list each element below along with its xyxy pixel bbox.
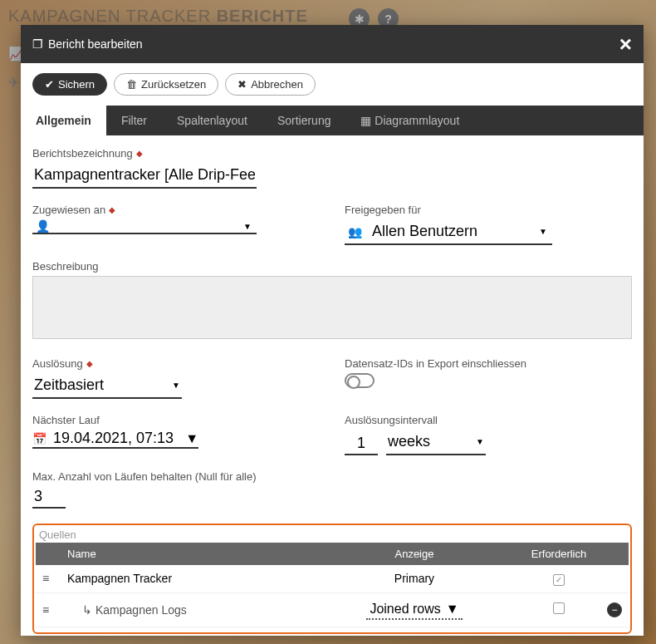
max-runs-input[interactable] <box>32 486 66 509</box>
required-icon: ◆ <box>86 359 93 368</box>
interval-number-input[interactable] <box>345 433 378 455</box>
required-checkbox[interactable]: ✓ <box>553 574 565 586</box>
modal-toolbar: ✔ Sichern 🗑 Zurücksetzen ✖ Abbrechen <box>21 63 644 106</box>
assigned-label: Zugewiesen an◆ <box>32 204 320 216</box>
include-ids-toggle[interactable] <box>345 373 375 388</box>
include-ids-label: Datensatz-IDs in Export einschliessen <box>345 357 632 370</box>
tab-sort[interactable]: Sortierung <box>262 106 346 135</box>
required-icon: ◆ <box>136 149 143 158</box>
modal-header: ❐ Bericht bearbeiten × <box>21 25 644 63</box>
cancel-button[interactable]: ✖ Abbrechen <box>225 73 316 96</box>
chevron-down-icon: ▼ <box>185 431 198 446</box>
users-icon: 👥 <box>345 225 365 238</box>
col-display: Anzeige <box>311 543 517 565</box>
source-display: Primary <box>311 565 517 592</box>
grid-icon: ▦ <box>360 114 371 127</box>
save-button[interactable]: ✔ Sichern <box>32 73 107 96</box>
chevron-down-icon: ▼ <box>172 381 180 390</box>
required-icon: ◆ <box>109 205 115 214</box>
col-name: Name <box>61 543 311 565</box>
interval-unit-select[interactable]: weeks ▼ <box>386 430 486 455</box>
chevron-down-icon: ▼ <box>534 227 552 236</box>
user-icon: 👤 <box>32 219 53 233</box>
link-icon: ↳ <box>82 603 92 617</box>
drag-handle-icon[interactable]: ≡ <box>42 572 49 585</box>
table-row: ≡ Kampagnen Tracker Primary ✓ <box>36 565 629 592</box>
tab-chart[interactable]: ▦ Diagrammlayout <box>345 106 474 135</box>
modal-title: Bericht bearbeiten <box>48 37 143 51</box>
remove-icon[interactable]: − <box>607 602 622 617</box>
tab-general[interactable]: Allgemein <box>21 106 106 135</box>
chevron-down-icon: ▼ <box>476 437 484 446</box>
description-label: Beschreibung <box>32 260 632 273</box>
sources-section: Quellen Name Anzeige Erforderlich ≡ Kamp… <box>32 524 632 634</box>
reset-button[interactable]: 🗑 Zurücksetzen <box>114 73 218 96</box>
trigger-select[interactable]: Zeitbasiert ▼ <box>32 373 182 399</box>
required-checkbox[interactable] <box>553 602 565 614</box>
table-row: ≡ ↳Kampagnen Logs Joined rows ▼ − <box>36 592 629 627</box>
close-icon[interactable]: × <box>619 33 632 55</box>
shared-label: Freigegeben für <box>345 204 632 216</box>
assigned-select[interactable]: 👤 ▼ <box>32 219 257 234</box>
trash-icon: 🗑 <box>126 78 137 91</box>
sources-title: Quellen <box>36 528 629 543</box>
tab-filter[interactable]: Filter <box>106 106 162 135</box>
form-body: Berichtsbezeichnung◆ Zugewiesen an◆ 👤 ▼ … <box>21 135 644 636</box>
next-run-label: Nächster Lauf <box>32 414 320 426</box>
copy-icon: ❐ <box>32 37 43 51</box>
edit-report-modal: ❐ Bericht bearbeiten × ✔ Sichern 🗑 Zurüc… <box>21 25 644 636</box>
drag-handle-icon[interactable]: ≡ <box>42 603 49 617</box>
sources-table: Name Anzeige Erforderlich ≡ Kampagnen Tr… <box>36 543 629 627</box>
tab-bar: Allgemein Filter Spaltenlayout Sortierun… <box>21 106 644 135</box>
trigger-label: Auslösung◆ <box>32 357 320 370</box>
interval-label: Auslösungsintervall <box>345 414 632 426</box>
cancel-icon: ✖ <box>237 78 247 91</box>
chevron-down-icon: ▼ <box>238 222 257 231</box>
shared-select[interactable]: 👥 Allen Benutzern ▼ <box>345 219 552 245</box>
tab-columns[interactable]: Spaltenlayout <box>162 106 262 135</box>
source-name: Kampagnen Tracker <box>61 565 311 592</box>
col-required: Erforderlich <box>517 543 600 565</box>
display-select[interactable]: Joined rows ▼ <box>366 600 462 620</box>
report-name-label: Berichtsbezeichnung◆ <box>32 147 632 160</box>
max-runs-label: Max. Anzahl von Läufen behalten (Null fü… <box>32 470 632 483</box>
check-icon: ✔ <box>45 78 54 91</box>
next-run-input[interactable]: 📅 19.04.2021, 07:13 ▼ <box>32 430 198 449</box>
calendar-icon: 📅 <box>32 432 47 445</box>
report-name-input[interactable] <box>32 163 257 189</box>
chevron-down-icon: ▼ <box>446 602 459 617</box>
description-input[interactable] <box>32 276 632 339</box>
